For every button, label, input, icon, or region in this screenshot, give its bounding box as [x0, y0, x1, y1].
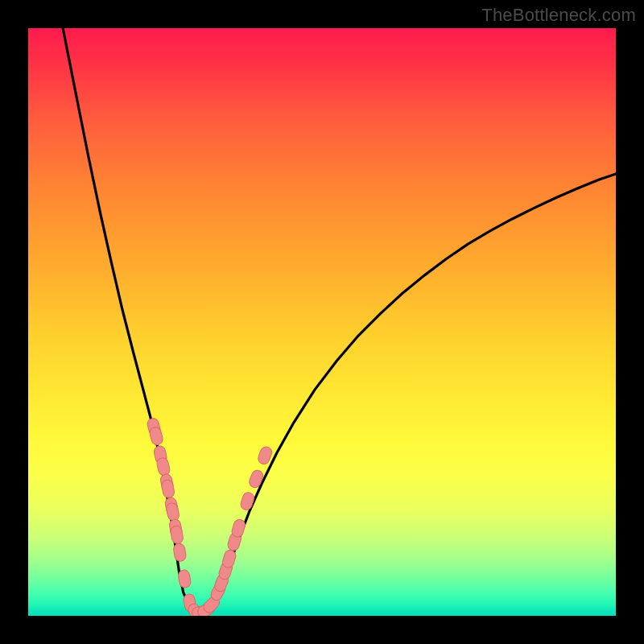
watermark-text: TheBottleneck.com: [481, 5, 636, 26]
bead: [239, 491, 255, 511]
bead: [149, 426, 164, 446]
outer-frame: TheBottleneck.com: [0, 0, 644, 644]
bead: [155, 456, 171, 477]
beads-group: [147, 417, 274, 616]
plot-svg: [28, 28, 616, 616]
bead: [165, 502, 180, 522]
plot-area: [28, 28, 616, 616]
bead: [248, 469, 265, 489]
bead: [177, 569, 192, 588]
bead: [173, 543, 187, 562]
bead: [161, 479, 175, 498]
v-curve: [63, 28, 616, 613]
bead: [170, 525, 184, 544]
